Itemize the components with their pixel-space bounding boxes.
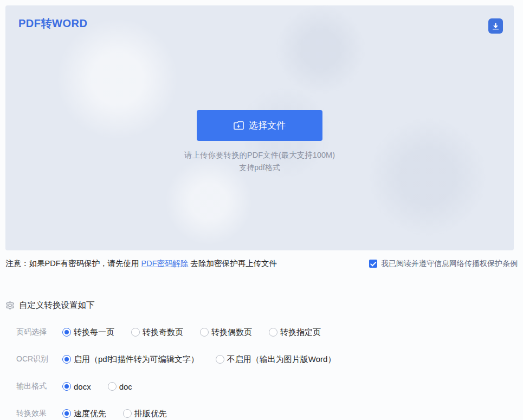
radio-option-label: 排版优先 [134,409,167,419]
radio-unchecked-icon[interactable] [269,328,277,337]
setting-row-label: 转换效果 [16,409,62,418]
radio-option[interactable]: 转换每一页 [62,327,114,338]
page-title: PDF转WORD [18,16,87,31]
radio-option-label: 转换偶数页 [211,327,252,338]
radio-option[interactable]: 转换奇数页 [131,327,183,338]
radio-option-label: 转换指定页 [280,327,321,338]
radio-option-label: 速度优先 [74,409,106,419]
radio-option-label: 启用（pdf扫描件转为可编辑文字） [74,354,199,365]
radio-checked-icon[interactable] [62,409,71,418]
upload-dropzone: 选择文件 请上传你要转换的PDF文件(最大支持100M) 支持pdf格式 [5,110,514,173]
radio-option[interactable]: 转换偶数页 [200,327,252,338]
download-button[interactable] [488,18,503,34]
radio-option[interactable]: 启用（pdf扫描件转为可编辑文字） [62,354,199,365]
radio-checked-icon[interactable] [62,355,71,364]
notice-prefix: 注意：如果PDF有密码保护，请先使用 [5,259,141,268]
agreement-row[interactable]: 我已阅读并遵守信息网络传播权保护条例 [369,259,518,269]
upload-panel: PDF转WORD 选择文件 请上传你要转换的PDF文件(最大支持100M) 支持… [5,5,514,250]
radio-option[interactable]: docx [62,382,91,391]
radio-option[interactable]: 排版优先 [123,409,167,419]
radio-option[interactable]: 转换指定页 [269,327,321,338]
radio-group: docxdoc [62,382,132,391]
agreement-label: 我已阅读并遵守信息网络传播权保护条例 [381,259,518,269]
notice-row: 注意：如果PDF有密码保护，请先使用 PDF密码解除 去除加密保护再上传文件 我… [5,259,518,269]
radio-group: 启用（pdf扫描件转为可编辑文字）不启用（输出为图片版Word） [62,354,335,365]
radio-checked-icon[interactable] [62,382,71,391]
notice-text: 注意：如果PDF有密码保护，请先使用 PDF密码解除 去除加密保护再上传文件 [5,259,277,269]
radio-option-label: 转换每一页 [74,327,114,338]
radio-unchecked-icon[interactable] [123,409,132,418]
setting-row-label: 页码选择 [16,327,62,337]
radio-option-label: doc [119,382,132,391]
setting-row-label: 输出格式 [16,382,62,391]
radio-option-label: 转换奇数页 [143,327,183,338]
radio-group: 速度优先排版优先 [62,409,167,419]
upload-hint-line2: 支持pdf格式 [5,163,514,173]
radio-option[interactable]: doc [108,382,132,391]
setting-row: OCR识别启用（pdf扫描件转为可编辑文字）不启用（输出为图片版Word） [0,353,523,366]
gear-icon [5,301,15,310]
setting-row: 转换效果速度优先排版优先 [0,407,523,420]
setting-row: 输出格式docxdoc [0,380,523,393]
radio-option-label: 不启用（输出为图片版Word） [227,354,336,365]
radio-option[interactable]: 不启用（输出为图片版Word） [216,354,336,365]
radio-unchecked-icon[interactable] [108,382,117,391]
select-file-button-label: 选择文件 [249,119,286,132]
download-icon [492,22,500,30]
radio-option-label: docx [74,382,91,391]
add-file-icon [234,121,244,130]
upload-hint-line1: 请上传你要转换的PDF文件(最大支持100M) [5,150,514,160]
settings-header: 自定义转换设置如下 [5,300,95,311]
settings-header-label: 自定义转换设置如下 [19,300,95,311]
setting-row-label: OCR识别 [16,354,62,364]
pdf-password-remove-link[interactable]: PDF密码解除 [141,259,189,268]
radio-option[interactable]: 速度优先 [62,409,106,419]
settings-rows: 页码选择转换每一页转换奇数页转换偶数页转换指定页OCR识别启用（pdf扫描件转为… [0,326,523,420]
radio-unchecked-icon[interactable] [216,355,224,364]
radio-checked-icon[interactable] [62,328,71,337]
radio-unchecked-icon[interactable] [131,328,140,337]
radio-group: 转换每一页转换奇数页转换偶数页转换指定页 [62,327,321,338]
notice-suffix: 去除加密保护再上传文件 [189,259,277,268]
setting-row: 页码选择转换每一页转换奇数页转换偶数页转换指定页 [0,326,523,339]
select-file-button[interactable]: 选择文件 [197,110,322,141]
radio-unchecked-icon[interactable] [200,328,209,337]
agreement-checkbox[interactable] [369,260,377,268]
